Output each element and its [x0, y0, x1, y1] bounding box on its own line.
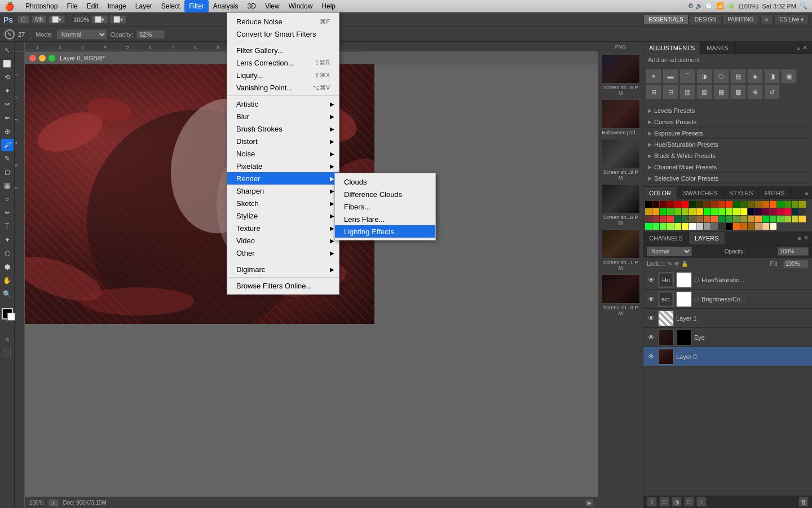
color-swatch-39[interactable]: [770, 208, 776, 215]
menu-blur[interactable]: Blur: [227, 110, 339, 122]
color-swatch-76[interactable]: [718, 223, 725, 230]
menubar-layer[interactable]: Layer: [131, 0, 157, 12]
color-swatch-21[interactable]: [799, 201, 806, 208]
render-lighting-effects[interactable]: Lighting Effects...: [335, 225, 435, 238]
lock-icon-all[interactable]: 🔒: [681, 261, 688, 267]
tool-hand[interactable]: ✋: [1, 274, 14, 287]
render-lens-flare[interactable]: Lens Flare...: [335, 213, 435, 225]
more-workspaces-btn[interactable]: »: [760, 15, 774, 24]
color-swatch-25[interactable]: [667, 208, 674, 215]
menubar-edit[interactable]: Edit: [82, 0, 103, 12]
menu-brush-strokes[interactable]: Brush Strokes: [227, 122, 339, 135]
color-swatch-16[interactable]: [762, 201, 769, 208]
adj-selective-color[interactable]: ▩: [730, 85, 746, 99]
cs-live-btn[interactable]: CS Live ▾: [774, 15, 809, 24]
menu-reduce-noise[interactable]: Reduce Noise ⌘F: [227, 15, 339, 28]
tool-marquee[interactable]: ⬜: [1, 58, 14, 70]
color-swatch-43[interactable]: [799, 208, 806, 215]
preset-selective-color[interactable]: ▶ Selective Color Presets: [646, 173, 810, 184]
color-swatch-17[interactable]: [770, 201, 776, 208]
color-swatch-10[interactable]: [718, 201, 725, 208]
layers-opacity-input[interactable]: [778, 247, 809, 256]
adj-reset[interactable]: ↺: [764, 85, 780, 99]
menubar-photoshop[interactable]: Photoshop: [21, 0, 62, 12]
adj-hue-sat[interactable]: ▤: [730, 69, 746, 84]
color-swatch-75[interactable]: [711, 223, 718, 230]
color-swatch-61[interactable]: [770, 216, 776, 222]
color-swatch-13[interactable]: [740, 201, 747, 208]
panel-close-btn[interactable]: ✕: [802, 44, 807, 51]
color-swatch-18[interactable]: [777, 201, 784, 208]
color-swatch-3[interactable]: [667, 201, 674, 208]
render-clouds[interactable]: Clouds: [335, 176, 435, 188]
view-btn[interactable]: ⬜▾: [48, 15, 65, 24]
tool-zoom[interactable]: 🔍: [1, 288, 14, 300]
tool-eraser[interactable]: ◻: [1, 166, 14, 178]
tool-shape[interactable]: ⬡: [1, 247, 14, 260]
zoom-btn[interactable]: ⬜▾: [91, 15, 108, 24]
menu-video[interactable]: Video: [227, 234, 339, 247]
tab-adjustments[interactable]: ADJUSTMENTS: [643, 42, 701, 54]
color-swatch-32[interactable]: [718, 208, 725, 215]
color-swatch-5[interactable]: [682, 201, 689, 208]
menu-distort[interactable]: Distort: [227, 135, 339, 147]
color-swatch-44[interactable]: [645, 216, 652, 222]
tool-lasso[interactable]: ⟲: [1, 71, 14, 84]
color-swatch-71[interactable]: [682, 223, 689, 230]
menu-sketch[interactable]: Sketch: [227, 197, 339, 209]
layer-new-btn[interactable]: +: [696, 497, 707, 507]
menu-digimarc[interactable]: Digimarc: [227, 263, 339, 275]
layer-eye-1[interactable]: 👁: [647, 295, 656, 304]
preset-bw[interactable]: ▶ Black & White Presets: [646, 150, 810, 161]
menu-vanishing-point[interactable]: Vanishing Point... ⌥⌘V: [227, 81, 339, 94]
minimize-button[interactable]: [39, 55, 46, 62]
thumbnail-5[interactable]: Screen sh...3 PM: [602, 274, 640, 316]
tool-healing[interactable]: ⊕: [1, 125, 14, 138]
color-swatch-72[interactable]: [689, 223, 696, 230]
color-swatch-24[interactable]: [660, 208, 667, 215]
color-swatch-28[interactable]: [689, 208, 696, 215]
color-swatch-63[interactable]: [784, 216, 791, 222]
color-swatch-20[interactable]: [792, 201, 798, 208]
render-difference-clouds[interactable]: Difference Clouds: [335, 188, 435, 200]
color-swatch-55[interactable]: [726, 216, 732, 222]
expand-btn[interactable]: ▶: [585, 499, 593, 507]
menu-lens-correction[interactable]: Lens Correction... ⇧⌘R: [227, 56, 339, 69]
color-swatch-56[interactable]: [733, 216, 740, 222]
tool-move[interactable]: ↖: [1, 44, 14, 56]
color-swatch-78[interactable]: [733, 223, 740, 230]
panel-menu-btn[interactable]: ≡: [797, 45, 800, 51]
tab-masks[interactable]: MASKS: [701, 42, 735, 54]
layer-hue-saturation[interactable]: 👁 Hu ⬡ Hue/Saturatio...: [643, 270, 812, 290]
color-swatch-0[interactable]: [645, 201, 652, 208]
color-swatch-36[interactable]: [748, 208, 754, 215]
thumbnail-4[interactable]: Screen sh...1 PM: [602, 229, 640, 271]
layer-0[interactable]: 👁 Layer 0: [643, 347, 812, 366]
adj-levels[interactable]: ▬: [663, 69, 678, 84]
color-swatch-70[interactable]: [674, 223, 681, 230]
adj-curves[interactable]: ⌒: [679, 69, 695, 84]
color-swatch-59[interactable]: [755, 216, 762, 222]
maximize-button[interactable]: [48, 55, 55, 62]
close-button[interactable]: [29, 55, 36, 62]
tool-dodge[interactable]: ○: [1, 193, 14, 205]
adj-brightness[interactable]: ☀: [646, 69, 661, 84]
arrange-btn[interactable]: ⬜▾: [110, 15, 126, 24]
layer-eye-3[interactable]: 👁: [647, 333, 656, 342]
layers-panel-menu[interactable]: ≡: [798, 235, 801, 242]
color-swatch-83[interactable]: [770, 223, 776, 230]
tool-3d[interactable]: ⬢: [1, 261, 14, 273]
tool-quick-mask[interactable]: ○: [1, 333, 14, 345]
apple-logo[interactable]: 🍎: [5, 2, 14, 11]
adj-bw[interactable]: ◨: [764, 69, 780, 84]
color-swatch-9[interactable]: [711, 201, 718, 208]
thumbnail-1[interactable]: Halloween psd...: [602, 99, 640, 135]
layer-adjustment-btn[interactable]: ◑: [672, 497, 682, 507]
tab-paths[interactable]: PATHS: [759, 187, 791, 199]
fill-input[interactable]: [783, 260, 809, 268]
adj-vibrance[interactable]: ⬡: [713, 69, 729, 84]
color-swatch-49[interactable]: [682, 216, 689, 222]
adj-posterize[interactable]: ▥: [679, 85, 695, 99]
menubar-view[interactable]: View: [261, 0, 284, 12]
tool-eyedropper[interactable]: ✒: [1, 112, 14, 124]
